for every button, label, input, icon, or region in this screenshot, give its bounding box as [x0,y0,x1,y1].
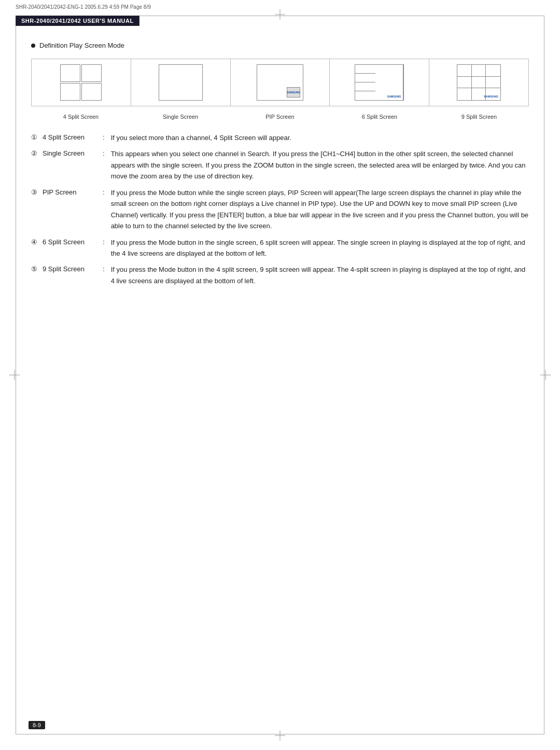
nine-split-samsung-logo: SAMSUNG [484,95,498,98]
split4-cell-1 [60,64,80,82]
desc-number-3: ③ [31,187,39,198]
screen-modes-diagrams: SAMSUNG SAMSUNG [31,59,529,106]
nine-split-layout: SAMSUNG [457,64,501,101]
split9-cell-4 [457,77,472,89]
desc-item-six-split: ④ 6 Split Screen : If you press the Mode… [31,237,529,259]
split9-cell-9 [486,88,500,100]
bullet-icon [31,44,35,48]
header-area: SHR-2040/2041/2042 USER'S MANUAL [16,16,544,26]
desc-number-1: ① [31,132,39,143]
split9-cell-8 [472,88,486,100]
section-title-text: Definition Play Screen Mode [39,41,124,49]
split4-cell-4 [81,83,102,101]
desc-label-4: 6 Split Screen [43,237,100,248]
pip-inner-box: SAMSUNG [287,87,300,98]
split9-cell-6 [486,77,500,89]
split6-cell-4 [355,91,375,100]
four-split-grid [60,64,102,101]
page-number-text: 8-9 [33,722,41,728]
split9-cell-2 [472,65,486,77]
split4-cell-3 [60,83,80,101]
desc-number-4: ④ [31,237,39,248]
label-four-split: 4 Split Screen [31,112,131,120]
screen-mode-labels: 4 Split Screen Single Screen PIP Screen … [31,112,529,120]
split4-cell-2 [81,64,102,82]
pip-screen-diagram: SAMSUNG [231,59,330,106]
six-split-layout: SAMSUNG [355,64,404,101]
desc-number-5: ⑤ [31,264,39,275]
split6-cell-3 [355,82,375,91]
split9-cell-5 [472,77,486,89]
split9-cell-7 [457,88,472,100]
header-title-text: SHR-2040/2041/2042 USER'S MANUAL [21,18,134,24]
desc-label-5: 9 Split Screen [43,264,100,275]
desc-item-four-split: ① 4 Split Screen : If you select more th… [31,132,529,143]
crosshair-left-icon [9,370,20,380]
desc-text-4: If you press the Mode button in the sing… [111,237,529,259]
label-pip-screen: PIP Screen [230,112,330,120]
label-single-screen: Single Screen [131,112,230,120]
desc-label-1: 4 Split Screen [43,132,100,143]
desc-text-5: If you press the Mode button in the 4 sp… [111,264,529,286]
header-title-bar: SHR-2040/2041/2042 USER'S MANUAL [16,16,139,26]
desc-label-2: Single Screen [43,148,100,159]
desc-text-2: This appears when you select one channel… [111,148,529,182]
six-split-samsung-logo: SAMSUNG [387,95,401,98]
split6-cell-2 [355,74,375,82]
single-screen-diagram [131,59,231,106]
desc-colon-3: : [103,187,105,198]
split9-cell-3 [486,65,500,77]
desc-item-nine-split: ⑤ 9 Split Screen : If you press the Mode… [31,264,529,286]
section-title: Definition Play Screen Mode [31,41,529,49]
crosshair-bottom-icon [275,730,285,741]
file-line-text: SHR-2040/2041/2042-ENG-1 2005.6.29 4:59 … [16,4,151,10]
label-six-split: 6 Split Screen [330,112,429,120]
six-split-small-col [355,65,375,100]
desc-colon-1: : [103,132,105,143]
six-split-big-area: SAMSUNG [375,65,403,100]
nine-split-screen-diagram: SAMSUNG [429,59,528,106]
desc-colon-4: : [103,237,105,248]
four-split-screen-diagram [32,59,131,106]
crosshair-right-icon [540,370,551,380]
desc-colon-2: : [103,148,105,159]
desc-item-single-screen: ② Single Screen : This appears when you … [31,148,529,182]
desc-item-pip-screen: ③ PIP Screen : If you press the Mode but… [31,187,529,232]
desc-text-3: If you press the Mode button while the s… [111,187,529,232]
desc-label-3: PIP Screen [43,187,100,198]
split9-cell-1 [457,65,472,77]
pip-outer-box: SAMSUNG [257,64,303,101]
label-nine-split: 9 Split Screen [429,112,529,120]
six-split-screen-diagram: SAMSUNG [330,59,429,106]
split6-cell-1 [355,65,375,74]
content-area: Definition Play Screen Mode SAMSUNG [31,41,529,291]
desc-number-2: ② [31,148,39,159]
desc-text-1: If you select more than a channel, 4 Spl… [111,132,529,143]
description-list: ① 4 Split Screen : If you select more th… [31,132,529,286]
page-number-box: 8-9 [29,721,45,729]
pip-samsung-logo: SAMSUNG [287,91,301,94]
single-screen-box [159,64,203,101]
desc-colon-5: : [103,264,105,275]
